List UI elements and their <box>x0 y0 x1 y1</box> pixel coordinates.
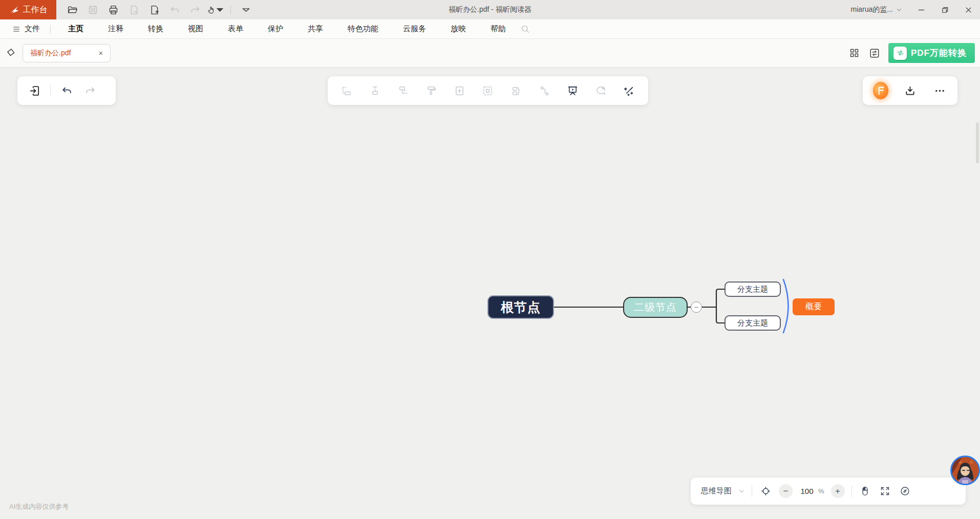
collapse-branch-button[interactable]: − <box>691 301 702 313</box>
mindmap-branch-node-2[interactable]: 分支主题 <box>725 315 781 331</box>
ai-comment-icon <box>595 85 607 97</box>
navigate-button[interactable] <box>899 485 912 498</box>
undo-button[interactable] <box>59 83 74 98</box>
format-painter-button[interactable] <box>424 83 439 98</box>
diagram-mode-label: 思维导图 <box>701 486 732 496</box>
tab-title: 福昕办公.pdf <box>30 49 97 58</box>
user-account-menu[interactable]: miarua的监... <box>844 0 909 19</box>
ai-magic-button[interactable] <box>622 83 637 98</box>
statusbar-divider <box>752 486 752 497</box>
relationship-line-icon <box>539 85 550 97</box>
avatar[interactable] <box>950 456 980 485</box>
menu-present[interactable]: 放映 <box>438 20 478 38</box>
more-options-button[interactable] <box>932 83 947 98</box>
download-button[interactable] <box>903 83 918 98</box>
add-sibling-topic-button[interactable] <box>339 83 354 98</box>
menu-share[interactable]: 共享 <box>295 20 335 38</box>
plus-icon: + <box>835 486 840 496</box>
menu-cloud[interactable]: 云服务 <box>391 20 438 38</box>
menu-home[interactable]: 主页 <box>56 20 96 38</box>
mindmap-second-node[interactable]: 二级节点 <box>623 297 688 318</box>
zoom-level-value: 100 <box>799 487 815 495</box>
page-plus-icon <box>149 5 160 15</box>
toolbar-divider <box>50 85 51 96</box>
insert-topic-button[interactable] <box>452 83 467 98</box>
switch-document-button[interactable] <box>868 47 881 60</box>
mouse-mode-button[interactable] <box>859 485 872 498</box>
menu-file[interactable]: 文件 <box>7 24 45 34</box>
mindmap-branch-node-1[interactable]: 分支主题 <box>725 282 781 297</box>
chevron-down-icon[interactable] <box>738 488 745 494</box>
page-minus-icon <box>129 5 139 15</box>
compass-icon <box>900 486 910 496</box>
document-tab[interactable]: 福昕办公.pdf × <box>23 44 111 62</box>
new-page-button[interactable] <box>145 2 163 17</box>
workspace-button[interactable]: 工作台 <box>0 0 56 19</box>
tab-close-icon[interactable]: × <box>97 48 105 58</box>
percent-sign: % <box>818 487 824 495</box>
exit-mindmap-button[interactable] <box>27 83 42 98</box>
save-button[interactable] <box>84 2 101 17</box>
ai-disclaimer: AI生成内容仅供参考 <box>9 502 69 511</box>
add-child-topic-button[interactable] <box>367 83 382 98</box>
restore-button[interactable] <box>933 0 956 19</box>
tab-grid-view-button[interactable] <box>847 47 861 60</box>
ellipsis-icon <box>934 85 946 97</box>
redo-button[interactable] <box>82 83 98 98</box>
paint-roller-icon <box>425 85 437 97</box>
print-button[interactable] <box>104 2 122 17</box>
zoom-in-button[interactable]: + <box>831 484 845 498</box>
menu-convert[interactable]: 转换 <box>136 20 176 38</box>
add-subtopic-button[interactable] <box>395 83 411 98</box>
hand-tool-button[interactable] <box>207 2 224 17</box>
enter-box-icon <box>29 85 40 97</box>
caret-down-icon <box>216 5 224 15</box>
add-subtopic-icon <box>397 85 409 97</box>
mindmap-connectors <box>0 68 980 519</box>
menu-bar: 文件 主页 注释 转换 视图 表单 保护 共享 特色功能 云服务 放映 帮助 <box>0 19 980 39</box>
collapse-toolbar-button[interactable] <box>237 2 254 17</box>
chevron-down-icon <box>896 7 902 13</box>
center-view-button[interactable] <box>759 485 772 498</box>
add-child-topic-icon <box>369 85 381 97</box>
ai-comment-button[interactable] <box>593 83 609 98</box>
menu-view[interactable]: 视图 <box>176 20 216 38</box>
expand-icon <box>880 486 890 496</box>
edit-toolbar-left <box>17 76 116 105</box>
view-status-bar: 思维导图 − 100 % + <box>691 478 966 505</box>
close-icon <box>965 6 972 14</box>
menu-form[interactable]: 表单 <box>216 20 255 38</box>
close-button[interactable] <box>956 0 980 19</box>
foxit-logo-icon <box>9 5 19 15</box>
open-file-button[interactable] <box>63 2 81 17</box>
search-button[interactable] <box>520 24 530 34</box>
mindmap-root-node[interactable]: 根节点 <box>487 295 554 319</box>
mindmap-actions-toolbar <box>863 76 957 105</box>
menu-protect[interactable]: 保护 <box>255 20 295 38</box>
summary-button[interactable] <box>508 83 524 98</box>
workspace-label: 工作台 <box>23 5 48 15</box>
minimize-button[interactable] <box>909 0 933 19</box>
mindmap-summary-node[interactable]: 概要 <box>793 298 835 315</box>
relationship-line-button[interactable] <box>537 83 552 98</box>
presentation-button[interactable] <box>565 83 581 98</box>
select-area-button[interactable] <box>480 83 496 98</box>
menu-features[interactable]: 特色功能 <box>335 20 391 38</box>
hand-pointer-icon <box>207 5 216 15</box>
grid-icon <box>849 48 860 58</box>
fullscreen-button[interactable] <box>879 485 892 498</box>
ai-assistant-button[interactable] <box>873 83 888 98</box>
undo-icon <box>169 5 180 15</box>
titlebar-redo-button[interactable] <box>186 2 204 17</box>
title-bar: 工作台 <box>0 0 980 19</box>
summary-brace <box>783 279 789 333</box>
pen-tool-button[interactable] <box>4 48 17 59</box>
menu-comment[interactable]: 注释 <box>96 20 136 38</box>
extract-page-button[interactable] <box>125 2 142 17</box>
pdf-convert-button[interactable]: PDF万能转换 <box>888 43 975 63</box>
titlebar-undo-button[interactable] <box>166 2 183 17</box>
zoom-out-button[interactable]: − <box>779 484 793 498</box>
menu-help[interactable]: 帮助 <box>478 20 518 38</box>
mindmap-canvas[interactable]: 根节点 二级节点 − 分支主题 分支主题 概要 思维导图 − 100 % + <box>0 68 980 519</box>
vertical-scrollbar[interactable] <box>976 122 979 163</box>
